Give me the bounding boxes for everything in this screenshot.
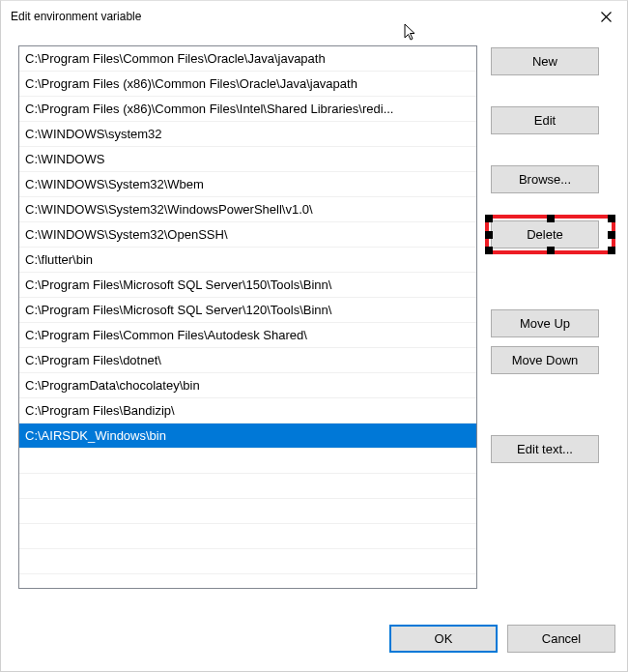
path-row[interactable]: C:\Program Files\Common Files\Autodesk S…: [19, 323, 476, 348]
path-row-empty[interactable]: [19, 474, 476, 499]
path-row-empty[interactable]: [19, 524, 476, 549]
path-row[interactable]: C:\WINDOWS\system32: [19, 122, 476, 147]
dialog-content: C:\Program Files\Common Files\Oracle\Jav…: [1, 32, 627, 615]
path-row-empty[interactable]: [19, 449, 476, 474]
move-down-button[interactable]: Move Down: [491, 346, 599, 374]
path-row[interactable]: C:\Program Files\Bandizip\: [19, 398, 476, 424]
path-row[interactable]: C:\Program Files\Common Files\Oracle\Jav…: [19, 46, 476, 72]
edit-text-button[interactable]: Edit text...: [491, 435, 599, 463]
edit-button[interactable]: Edit: [491, 106, 599, 134]
path-row[interactable]: C:\WINDOWS\System32\OpenSSH\: [19, 222, 476, 248]
path-row[interactable]: C:\WINDOWS: [19, 147, 476, 172]
cancel-button[interactable]: Cancel: [507, 625, 615, 653]
path-row-empty[interactable]: [19, 499, 476, 524]
path-row-empty[interactable]: [19, 549, 476, 574]
titlebar: Edit environment variable: [1, 1, 627, 32]
new-button[interactable]: New: [491, 47, 599, 75]
browse-button[interactable]: Browse...: [491, 165, 599, 193]
path-row[interactable]: C:\Program Files\Microsoft SQL Server\15…: [19, 273, 476, 298]
path-row[interactable]: C:\WINDOWS\System32\Wbem: [19, 172, 476, 197]
side-button-column: New Edit Browse... Delete: [491, 45, 615, 605]
path-row[interactable]: C:\Program Files\Microsoft SQL Server\12…: [19, 298, 476, 323]
ok-button[interactable]: OK: [389, 625, 498, 653]
path-row[interactable]: C:\AIRSDK_Windows\bin: [19, 424, 476, 449]
dialog-footer: OK Cancel: [1, 615, 627, 671]
path-listbox[interactable]: C:\Program Files\Common Files\Oracle\Jav…: [18, 45, 477, 589]
path-row[interactable]: C:\ProgramData\chocolatey\bin: [19, 373, 476, 398]
window-title: Edit environment variable: [11, 10, 585, 23]
close-button[interactable]: [585, 2, 627, 31]
edit-env-var-dialog: Edit environment variable C:\Program Fil…: [0, 0, 628, 672]
path-row[interactable]: C:\Program Files\dotnet\: [19, 348, 476, 373]
close-icon: [601, 12, 612, 22]
path-row[interactable]: C:\WINDOWS\System32\WindowsPowerShell\v1…: [19, 197, 476, 222]
move-up-button[interactable]: Move Up: [491, 309, 599, 337]
delete-highlight: Delete: [485, 215, 615, 254]
path-row[interactable]: C:\Program Files (x86)\Common Files\Orac…: [19, 72, 476, 97]
delete-button[interactable]: Delete: [491, 220, 599, 248]
path-row[interactable]: C:\Program Files (x86)\Common Files\Inte…: [19, 97, 476, 122]
path-row[interactable]: C:\flutter\bin: [19, 248, 476, 273]
